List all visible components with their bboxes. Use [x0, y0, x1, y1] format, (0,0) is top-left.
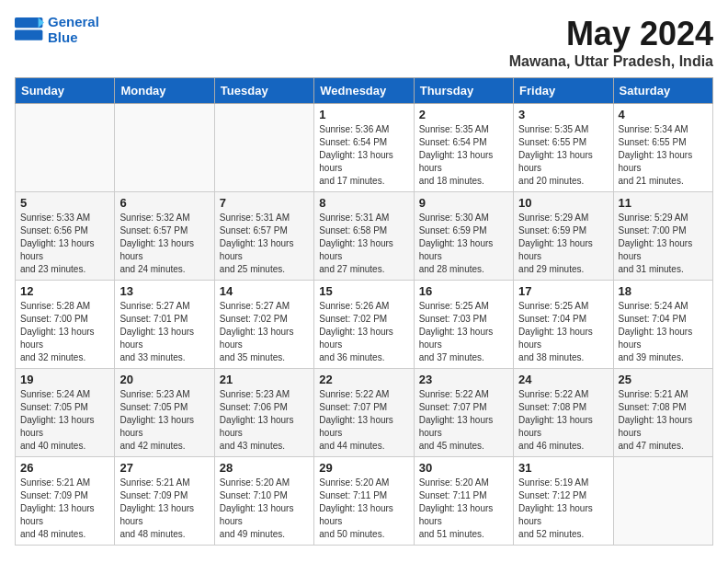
- day-number: 29: [319, 461, 408, 475]
- col-header-thursday: Thursday: [414, 78, 513, 104]
- calendar-cell: 24Sunrise: 5:22 AMSunset: 7:08 PMDayligh…: [514, 369, 613, 457]
- day-number: 3: [518, 108, 608, 121]
- day-info: Sunrise: 5:31 AMSunset: 6:57 PMDaylight:…: [220, 212, 309, 276]
- logo-icon: [15, 17, 44, 43]
- day-info: Sunrise: 5:29 AMSunset: 6:59 PMDaylight:…: [518, 212, 608, 276]
- calendar-cell: 1Sunrise: 5:36 AMSunset: 6:54 PMDaylight…: [314, 104, 414, 192]
- day-info: Sunrise: 5:23 AMSunset: 7:06 PMDaylight:…: [220, 388, 309, 453]
- week-row-1: 1Sunrise: 5:36 AMSunset: 6:54 PMDaylight…: [16, 104, 713, 192]
- day-info: Sunrise: 5:22 AMSunset: 7:07 PMDaylight:…: [419, 388, 508, 453]
- col-header-monday: Monday: [115, 78, 214, 104]
- day-number: 6: [119, 196, 209, 210]
- header: General Blue May 2024 Mawana, Uttar Prad…: [15, 15, 713, 70]
- day-number: 17: [518, 284, 608, 298]
- day-number: 19: [20, 373, 109, 386]
- day-number: 5: [20, 196, 109, 210]
- logo-text-line2: Blue: [48, 30, 99, 46]
- calendar-cell: 25Sunrise: 5:21 AMSunset: 7:08 PMDayligh…: [613, 369, 712, 457]
- day-number: 4: [619, 108, 708, 121]
- day-number: 12: [20, 284, 109, 298]
- day-info: Sunrise: 5:25 AMSunset: 7:04 PMDaylight:…: [518, 300, 608, 364]
- day-info: Sunrise: 5:24 AMSunset: 7:05 PMDaylight:…: [20, 388, 109, 453]
- calendar-cell: 13Sunrise: 5:27 AMSunset: 7:01 PMDayligh…: [115, 281, 214, 369]
- day-number: 16: [419, 284, 508, 298]
- calendar-cell: [214, 104, 313, 192]
- week-row-2: 5Sunrise: 5:33 AMSunset: 6:56 PMDaylight…: [16, 192, 713, 281]
- day-info: Sunrise: 5:29 AMSunset: 7:00 PMDaylight:…: [619, 212, 708, 276]
- day-number: 31: [518, 461, 608, 475]
- logo: General Blue: [15, 15, 99, 45]
- calendar-cell: 29Sunrise: 5:20 AMSunset: 7:11 PMDayligh…: [314, 457, 414, 546]
- calendar-cell: 27Sunrise: 5:21 AMSunset: 7:09 PMDayligh…: [115, 457, 214, 546]
- day-number: 24: [518, 373, 608, 386]
- day-info: Sunrise: 5:25 AMSunset: 7:03 PMDaylight:…: [419, 300, 508, 364]
- day-number: 11: [619, 196, 708, 210]
- day-info: Sunrise: 5:34 AMSunset: 6:55 PMDaylight:…: [619, 123, 708, 188]
- day-number: 8: [319, 196, 408, 210]
- calendar-cell: 7Sunrise: 5:31 AMSunset: 6:57 PMDaylight…: [214, 192, 313, 281]
- day-info: Sunrise: 5:19 AMSunset: 7:12 PMDaylight:…: [518, 477, 608, 541]
- day-info: Sunrise: 5:35 AMSunset: 6:54 PMDaylight:…: [419, 123, 508, 188]
- week-row-3: 12Sunrise: 5:28 AMSunset: 7:00 PMDayligh…: [16, 281, 713, 369]
- day-number: 23: [419, 373, 508, 386]
- day-info: Sunrise: 5:31 AMSunset: 6:58 PMDaylight:…: [319, 212, 408, 276]
- calendar-cell: 2Sunrise: 5:35 AMSunset: 6:54 PMDaylight…: [414, 104, 513, 192]
- calendar-cell: 20Sunrise: 5:23 AMSunset: 7:05 PMDayligh…: [115, 369, 214, 457]
- day-number: 15: [319, 284, 408, 298]
- day-info: Sunrise: 5:32 AMSunset: 6:57 PMDaylight:…: [119, 212, 209, 276]
- day-info: Sunrise: 5:24 AMSunset: 7:04 PMDaylight:…: [619, 300, 708, 364]
- calendar-cell: 3Sunrise: 5:35 AMSunset: 6:55 PMDaylight…: [514, 104, 613, 192]
- calendar-cell: 8Sunrise: 5:31 AMSunset: 6:58 PMDaylight…: [314, 192, 414, 281]
- calendar-cell: 6Sunrise: 5:32 AMSunset: 6:57 PMDaylight…: [115, 192, 214, 281]
- calendar-cell: 9Sunrise: 5:30 AMSunset: 6:59 PMDaylight…: [414, 192, 513, 281]
- day-number: 22: [319, 373, 408, 386]
- calendar-cell: 28Sunrise: 5:20 AMSunset: 7:10 PMDayligh…: [214, 457, 313, 546]
- svg-rect-1: [15, 29, 42, 40]
- day-info: Sunrise: 5:21 AMSunset: 7:08 PMDaylight:…: [619, 388, 708, 453]
- calendar-cell: 22Sunrise: 5:22 AMSunset: 7:07 PMDayligh…: [314, 369, 414, 457]
- calendar-cell: [613, 457, 712, 546]
- day-info: Sunrise: 5:20 AMSunset: 7:11 PMDaylight:…: [319, 477, 408, 541]
- title-area: May 2024 Mawana, Uttar Pradesh, India: [509, 15, 713, 70]
- day-info: Sunrise: 5:23 AMSunset: 7:05 PMDaylight:…: [119, 388, 209, 453]
- calendar-cell: 19Sunrise: 5:24 AMSunset: 7:05 PMDayligh…: [16, 369, 115, 457]
- day-number: 2: [419, 108, 508, 121]
- day-info: Sunrise: 5:36 AMSunset: 6:54 PMDaylight:…: [319, 123, 408, 188]
- calendar-cell: 23Sunrise: 5:22 AMSunset: 7:07 PMDayligh…: [414, 369, 513, 457]
- calendar-cell: 26Sunrise: 5:21 AMSunset: 7:09 PMDayligh…: [16, 457, 115, 546]
- day-number: 18: [619, 284, 708, 298]
- calendar-cell: 18Sunrise: 5:24 AMSunset: 7:04 PMDayligh…: [613, 281, 712, 369]
- day-number: 21: [220, 373, 309, 386]
- day-info: Sunrise: 5:27 AMSunset: 7:01 PMDaylight:…: [119, 300, 209, 364]
- day-number: 20: [119, 373, 209, 386]
- day-info: Sunrise: 5:21 AMSunset: 7:09 PMDaylight:…: [20, 477, 109, 541]
- week-row-4: 19Sunrise: 5:24 AMSunset: 7:05 PMDayligh…: [16, 369, 713, 457]
- calendar-cell: [16, 104, 115, 192]
- col-header-saturday: Saturday: [613, 78, 712, 104]
- calendar-table: SundayMondayTuesdayWednesdayThursdayFrid…: [15, 77, 713, 546]
- day-info: Sunrise: 5:28 AMSunset: 7:00 PMDaylight:…: [20, 300, 109, 364]
- day-info: Sunrise: 5:20 AMSunset: 7:10 PMDaylight:…: [220, 477, 309, 541]
- calendar-header-row: SundayMondayTuesdayWednesdayThursdayFrid…: [16, 78, 713, 104]
- day-number: 13: [119, 284, 209, 298]
- calendar-cell: 17Sunrise: 5:25 AMSunset: 7:04 PMDayligh…: [514, 281, 613, 369]
- day-info: Sunrise: 5:30 AMSunset: 6:59 PMDaylight:…: [419, 212, 508, 276]
- calendar-cell: 15Sunrise: 5:26 AMSunset: 7:02 PMDayligh…: [314, 281, 414, 369]
- calendar-cell: 10Sunrise: 5:29 AMSunset: 6:59 PMDayligh…: [514, 192, 613, 281]
- month-year-title: May 2024: [509, 15, 713, 53]
- day-number: 25: [619, 373, 708, 386]
- calendar-cell: 14Sunrise: 5:27 AMSunset: 7:02 PMDayligh…: [214, 281, 313, 369]
- day-number: 1: [319, 108, 408, 121]
- day-info: Sunrise: 5:20 AMSunset: 7:11 PMDaylight:…: [419, 477, 508, 541]
- day-info: Sunrise: 5:22 AMSunset: 7:07 PMDaylight:…: [319, 388, 408, 453]
- day-number: 27: [119, 461, 209, 475]
- day-number: 14: [220, 284, 309, 298]
- col-header-wednesday: Wednesday: [314, 78, 414, 104]
- col-header-friday: Friday: [514, 78, 613, 104]
- location-title: Mawana, Uttar Pradesh, India: [509, 53, 713, 70]
- calendar-cell: 12Sunrise: 5:28 AMSunset: 7:00 PMDayligh…: [16, 281, 115, 369]
- day-number: 10: [518, 196, 608, 210]
- logo-text-line1: General: [48, 15, 99, 30]
- calendar-cell: 21Sunrise: 5:23 AMSunset: 7:06 PMDayligh…: [214, 369, 313, 457]
- calendar-cell: 31Sunrise: 5:19 AMSunset: 7:12 PMDayligh…: [514, 457, 613, 546]
